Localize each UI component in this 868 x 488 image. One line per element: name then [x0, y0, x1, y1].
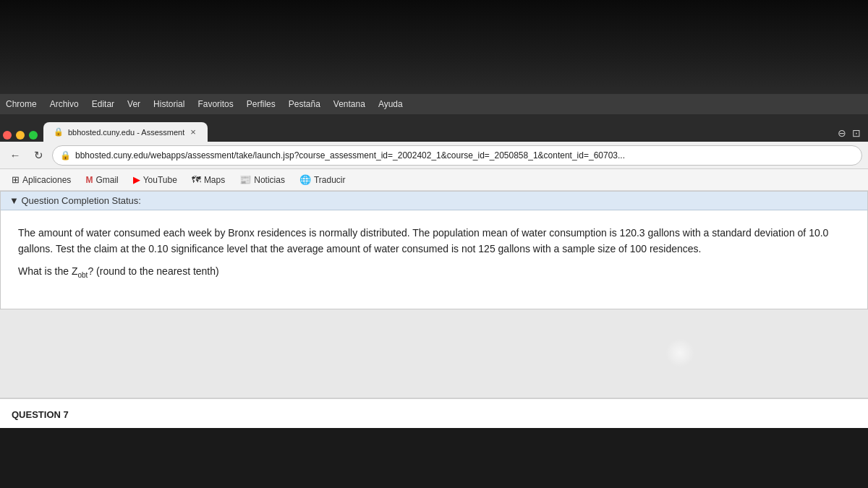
- bookmark-traducir-label: Traducir: [314, 175, 346, 185]
- reload-icon: ↻: [34, 149, 43, 162]
- traffic-lights: [3, 131, 38, 142]
- bookmark-maps-label: Maps: [204, 175, 225, 185]
- menu-editar[interactable]: Editar: [92, 99, 114, 109]
- bookmark-aplicaciones[interactable]: ⊞ Aplicaciones: [6, 172, 77, 187]
- question-footer: QUESTION 7: [0, 398, 868, 428]
- maps-icon: 🗺: [192, 174, 201, 185]
- chrome-menubar: Chrome Archivo Editar Ver Historial Favo…: [0, 94, 868, 114]
- question-status-bar: ▼ Question Completion Status:: [1, 192, 867, 210]
- menu-ventana[interactable]: Ventana: [333, 99, 365, 109]
- address-text: bbhosted.cuny.edu/webapps/assessment/tak…: [75, 150, 625, 160]
- main-content: ▼ Question Completion Status: The amount…: [0, 191, 868, 428]
- address-bar[interactable]: 🔒 bbhosted.cuny.edu/webapps/assessment/t…: [52, 145, 862, 166]
- bookmark-noticias-label: Noticias: [254, 175, 285, 185]
- cursor-glow: [665, 338, 694, 367]
- close-window-button[interactable]: [3, 131, 12, 140]
- browser-toolbar: ← ↻ 🔒 bbhosted.cuny.edu/webapps/assessme…: [0, 142, 868, 169]
- aplicaciones-icon: ⊞: [12, 174, 20, 185]
- traducir-icon: 🌐: [299, 174, 311, 185]
- top-dark-area: [0, 0, 868, 94]
- question-number-label: QUESTION 7: [12, 409, 69, 420]
- tab-bar: 🔒 bbhosted.cuny.edu - Assessment × ⊖ ⊡: [0, 114, 868, 142]
- menu-pestana[interactable]: Pestaña: [289, 99, 320, 109]
- bookmark-youtube-label: YouTube: [143, 175, 177, 185]
- lock-icon: 🔒: [60, 150, 71, 160]
- tab-close-button[interactable]: ×: [189, 127, 197, 137]
- youtube-icon: ▶: [133, 174, 140, 185]
- bookmarks-bar: ⊞ Aplicaciones M Gmail ▶ YouTube 🗺 Maps …: [0, 169, 868, 191]
- back-button[interactable]: ←: [6, 146, 25, 165]
- bookmark-gmail[interactable]: M Gmail: [80, 173, 124, 187]
- minimize-window-button[interactable]: [16, 131, 25, 140]
- menu-ayuda[interactable]: Ayuda: [378, 99, 403, 109]
- bookmark-aplicaciones-label: Aplicaciones: [22, 175, 71, 185]
- bookmark-maps[interactable]: 🗺 Maps: [186, 172, 231, 187]
- bookmark-noticias[interactable]: 📰 Noticias: [234, 172, 291, 187]
- tab-bar-actions: ⊖ ⊡: [838, 127, 865, 142]
- reload-button[interactable]: ↻: [29, 146, 48, 165]
- gmail-icon: M: [85, 175, 93, 185]
- maximize-window-button[interactable]: [29, 131, 38, 140]
- menu-perfiles[interactable]: Perfiles: [247, 99, 276, 109]
- menu-favoritos[interactable]: Favoritos: [197, 99, 233, 109]
- menu-ver[interactable]: Ver: [127, 99, 140, 109]
- menu-historial[interactable]: Historial: [153, 99, 184, 109]
- bookmark-traducir[interactable]: 🌐 Traducir: [294, 172, 352, 187]
- minimize-icon[interactable]: ⊖: [838, 127, 846, 139]
- tab-favicon: 🔒: [54, 127, 64, 137]
- question-status-label: ▼ Question Completion Status:: [9, 195, 141, 206]
- menu-archivo[interactable]: Archivo: [50, 99, 79, 109]
- active-tab[interactable]: 🔒 bbhosted.cuny.edu - Assessment ×: [43, 122, 208, 142]
- tab-title: bbhosted.cuny.edu - Assessment: [68, 128, 184, 137]
- question-panel: ▼ Question Completion Status: The amount…: [0, 191, 868, 309]
- content-spacer: [0, 309, 868, 396]
- fullscreen-icon[interactable]: ⊡: [852, 127, 861, 139]
- menu-chrome[interactable]: Chrome: [6, 99, 37, 109]
- question-sub-text: What is the Zobt? (round to the nearest …: [18, 263, 850, 281]
- noticias-icon: 📰: [239, 174, 251, 185]
- question-paragraph: The amount of water consumed each week b…: [18, 225, 850, 257]
- back-icon: ←: [10, 149, 21, 161]
- bookmark-youtube[interactable]: ▶ YouTube: [127, 172, 183, 187]
- bookmark-gmail-label: Gmail: [95, 175, 118, 185]
- zobt-subscript: obt: [77, 271, 88, 279]
- question-body: The amount of water consumed each week b…: [1, 210, 867, 309]
